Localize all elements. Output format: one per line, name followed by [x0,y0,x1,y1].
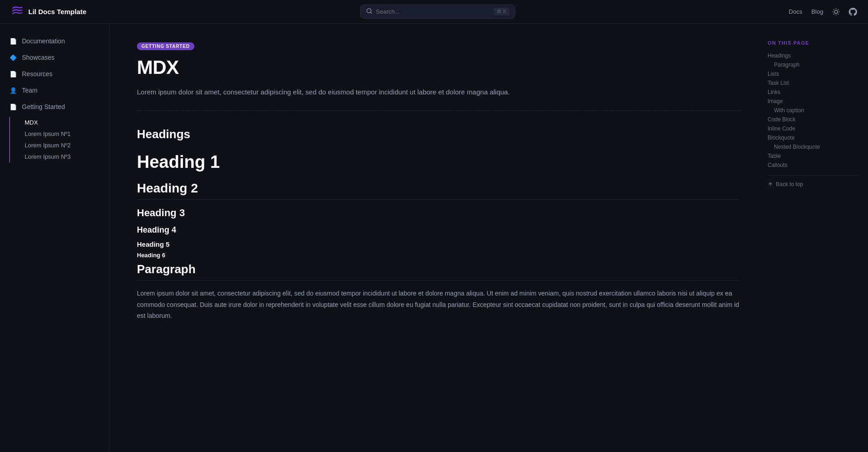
toc-item[interactable]: Headings [768,51,859,60]
heading-1: Heading 1 [137,152,740,172]
sidebar: 📄 Documentation 🔷 Showcases 📄 Resources … [0,24,110,452]
sidebar-item-label: Resources [22,70,52,78]
heading-2: Heading 2 [137,181,740,200]
layout: 📄 Documentation 🔷 Showcases 📄 Resources … [0,24,868,452]
toc-items: HeadingsParagraphListsTask ListLinksImag… [768,51,859,170]
blog-link[interactable]: Blog [811,8,823,15]
getting-started-icon: 📄 [9,103,17,111]
resources-icon: 📄 [9,70,17,78]
toc-item[interactable]: Inline Code [768,124,859,133]
svg-line-1 [371,12,372,14]
sidebar-item-showcases[interactable]: 🔷 Showcases [0,49,109,66]
logo-text: Lil Docs Template [28,8,86,16]
theme-toggle-button[interactable] [832,8,840,16]
sidebar-item-team[interactable]: 👤 Team [0,82,109,99]
sidebar-item-label: Getting Started [22,103,65,110]
sidebar-item-label: Team [22,87,37,94]
search-input[interactable] [376,8,491,15]
sidebar-sub-item-mdx[interactable]: MDX [19,117,109,128]
toc-item[interactable]: Code Block [768,115,859,124]
paragraph-section-title: Paragraph [137,262,740,281]
team-icon: 👤 [9,86,17,94]
back-to-top-label: Back to top [776,181,803,187]
toc-item[interactable]: Table [768,151,859,161]
toc-title: ON THIS PAGE [768,40,859,46]
heading-6: Heading 6 [137,252,740,259]
sidebar-item-label: Showcases [22,54,55,61]
heading-3: Heading 3 [137,207,740,219]
heading-4: Heading 4 [137,225,740,235]
sidebar-item-documentation[interactable]: 📄 Documentation [0,33,109,49]
content-divider [137,110,740,111]
svg-line-6 [838,14,838,14]
toc-item[interactable]: Paragraph [768,60,859,69]
sidebar-sub-menu: MDX Lorem Ipsum Nº1 Lorem Ipsum Nº2 Lore… [9,117,109,162]
sidebar-sub-item-lorem-1[interactable]: Lorem Ipsum Nº1 [19,128,109,140]
search-shortcut: ⌘ K [494,8,509,16]
toc-divider [768,175,859,176]
heading-5: Heading 5 [137,240,740,248]
page-title: MDX [137,57,740,78]
toc-item[interactable]: Blockquote [768,133,859,142]
toc: ON THIS PAGE HeadingsParagraphListsTask … [768,33,859,195]
headings-section-title: Headings [137,127,740,141]
toc-item[interactable]: Nested Blockquote [768,142,859,151]
logo-icon [11,5,24,19]
sidebar-item-getting-started[interactable]: 📄 Getting Started [0,99,109,115]
toc-item[interactable]: Callouts [768,161,859,170]
main-content: GETTING STARTED MDX Lorem ipsum dolor si… [110,24,768,452]
svg-line-5 [834,9,834,10]
sidebar-sub-item-lorem-2[interactable]: Lorem Ipsum Nº2 [19,140,109,151]
docs-link[interactable]: Docs [789,8,802,15]
back-to-top[interactable]: Back to top [768,181,859,187]
search-bar[interactable]: ⌘ K [360,5,515,19]
sidebar-sub-item-lorem-3[interactable]: Lorem Ipsum Nº3 [19,151,109,162]
header: Lil Docs Template ⌘ K Docs Blog [0,0,868,24]
documentation-icon: 📄 [9,37,17,45]
showcases-icon: 🔷 [9,53,17,62]
sidebar-item-label: Documentation [22,37,65,45]
arrow-up-icon [768,182,773,187]
paragraph-text: Lorem ipsum dolor sit amet, consectetur … [137,288,740,322]
svg-point-2 [835,10,838,13]
svg-line-9 [834,14,834,14]
header-left: Lil Docs Template [11,5,86,19]
header-right: Docs Blog [789,8,857,16]
sidebar-item-resources[interactable]: 📄 Resources [0,66,109,82]
github-link[interactable] [849,8,857,16]
search-icon [366,8,372,16]
svg-line-10 [838,9,838,10]
toc-item[interactable]: Task List [768,78,859,88]
toc-item[interactable]: Links [768,88,859,97]
toc-item[interactable]: With caption [768,106,859,115]
toc-item[interactable]: Image [768,97,859,106]
page-description: Lorem ipsum dolor sit amet, consectetur … [137,87,740,98]
toc-item[interactable]: Lists [768,69,859,78]
breadcrumb: GETTING STARTED [137,42,194,50]
